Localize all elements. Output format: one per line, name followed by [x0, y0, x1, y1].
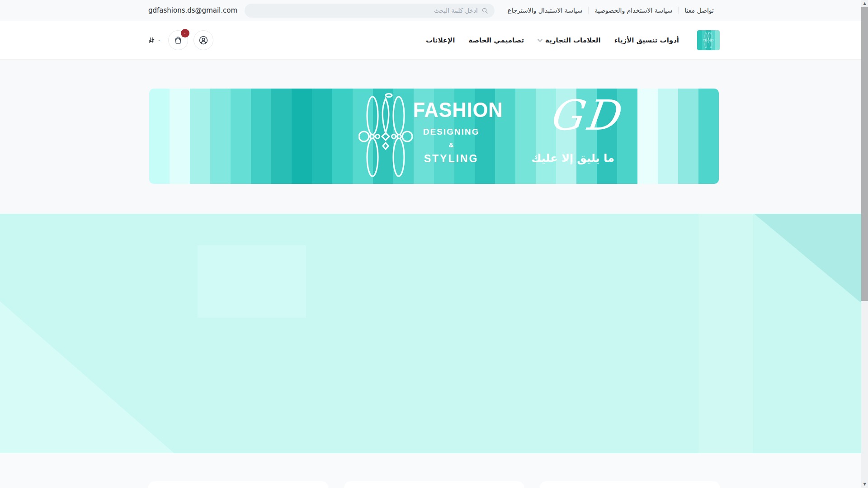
banner-stripe [678, 89, 698, 184]
page: { "topbar": { "email": "gdfashions.ds@gm… [0, 0, 868, 488]
topbar-links: تواصل معنا سياسة الاستخدام والخصوصية سيا… [502, 7, 720, 14]
banner-subtitle-2: STYLING [410, 153, 492, 165]
media-diagonal-wedge [0, 301, 174, 453]
nav-label: تصاميمي الخاصة [468, 36, 524, 44]
banner-title: FASHION [413, 99, 489, 120]
banner-monogram: GD [546, 91, 623, 140]
search-input[interactable] [251, 7, 478, 14]
banner-stripe [231, 89, 251, 184]
banner-stripe [271, 89, 292, 184]
cart-total-amount: ٠ [157, 37, 161, 44]
topbar: تواصل معنا سياسة الاستخدام والخصوصية سيا… [0, 0, 868, 21]
contact-email[interactable]: gdfashions.ds@gmail.com [148, 6, 237, 14]
scrollbar-thumb[interactable] [861, 7, 868, 301]
banner-stripe [637, 89, 658, 184]
media-highlight-1 [198, 245, 306, 318]
content-card[interactable] [148, 481, 328, 488]
banner-wordmark: FASHION DESIGNING & STYLING [410, 99, 492, 165]
media-highlight-2 [698, 214, 753, 453]
nav-item-fashion-styling-tools[interactable]: أدوات تنسيق الأزياء [614, 36, 679, 44]
cart-button[interactable]: ٠ [168, 30, 188, 50]
gd-chandelier-logo-icon [703, 32, 714, 49]
cart-count-badge: ٠ [181, 29, 189, 38]
banner-stripe [332, 89, 353, 184]
search-bar[interactable] [245, 4, 495, 18]
banner-stripe [292, 89, 312, 184]
user-icon [198, 35, 208, 45]
banner-stripe [170, 89, 190, 184]
scroll-down-arrow-icon[interactable]: ▼ [863, 481, 866, 488]
cards-row [148, 453, 720, 488]
hero-section: FASHION DESIGNING & STYLING GD ما يليق إ… [0, 60, 868, 214]
banner-chandelier-icon [358, 92, 413, 183]
brand-banner[interactable]: FASHION DESIGNING & STYLING GD ما يليق إ… [149, 89, 719, 184]
banner-stripe [210, 89, 231, 184]
account-button[interactable] [193, 30, 213, 50]
banner-stripe [515, 89, 536, 184]
vertical-scrollbar[interactable]: ▲ ▼ [861, 0, 868, 488]
nav-item-ads[interactable]: الإعلانات [426, 36, 455, 44]
cart-total[interactable]: ٠ [148, 37, 161, 44]
media-section[interactable] [0, 214, 868, 453]
header-actions: ٠ ٠ [148, 30, 213, 50]
shopping-bag-icon [174, 36, 183, 45]
cards-section [0, 453, 868, 488]
main-nav: أدوات تنسيق الأزياء العلامات التجارية تص… [426, 36, 679, 44]
link-exchange-return-policy[interactable]: سياسة الاستبدال والاسترجاع [502, 7, 589, 14]
content-card[interactable] [344, 481, 524, 488]
banner-ampersand: & [410, 141, 492, 149]
nav-label: أدوات تنسيق الأزياء [614, 36, 679, 44]
banner-stripe [251, 89, 271, 184]
main-header: أدوات تنسيق الأزياء العلامات التجارية تص… [0, 21, 868, 60]
banner-stripe [312, 89, 332, 184]
banner-stripe [149, 89, 170, 184]
nav-label: العلامات التجارية [545, 36, 601, 44]
link-usage-privacy-policy[interactable]: سياسة الاستخدام والخصوصية [589, 7, 679, 14]
scroll-up-arrow-icon[interactable]: ▲ [863, 0, 866, 7]
banner-tagline: ما يليق إلا عليك [530, 152, 616, 164]
banner-stripe [698, 89, 719, 184]
site-logo[interactable] [697, 30, 720, 50]
banner-subtitle-1: DESIGNING [410, 127, 492, 137]
saudi-riyal-icon [148, 37, 155, 44]
nav-item-my-designs[interactable]: تصاميمي الخاصة [468, 36, 524, 44]
search-icon [481, 7, 488, 14]
link-contact-us[interactable]: تواصل معنا [679, 7, 720, 14]
media-corner-triangle [754, 214, 868, 309]
nav-item-brands[interactable]: العلامات التجارية [538, 36, 601, 44]
banner-stripe [190, 89, 210, 184]
banner-stripe [658, 89, 678, 184]
content-card[interactable] [540, 481, 720, 488]
nav-label: الإعلانات [426, 36, 455, 44]
chevron-down-icon [538, 39, 542, 42]
